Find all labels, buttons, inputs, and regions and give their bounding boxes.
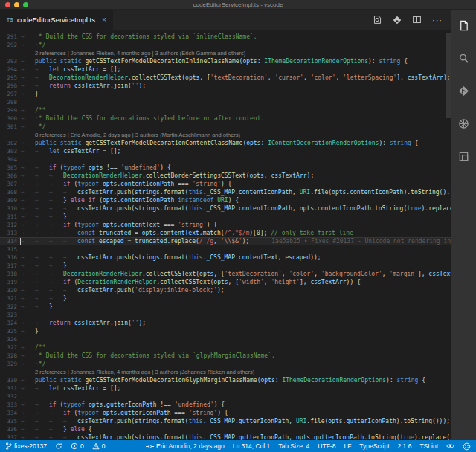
- gitlens-blame-ghost-text: 1ae5ab25 • Fixes #20137 - Unicode not re…: [249, 238, 451, 245]
- line-number[interactable]: 302: [0, 139, 17, 147]
- line-number[interactable]: 301: [0, 123, 17, 131]
- line-number[interactable]: 294: [0, 65, 17, 74]
- line-number[interactable]: 329: [0, 360, 17, 368]
- line-number[interactable]: 297: [0, 90, 17, 98]
- line-number[interactable]: 324: [0, 319, 17, 327]
- typescript-file-icon: TS: [7, 17, 13, 22]
- codelens-annotation[interactable]: 8 references | Eric Amodio, 2 days ago |…: [0, 131, 451, 139]
- tab-whitespace-arrow: →: [35, 204, 49, 213]
- eol-item[interactable]: LF: [344, 442, 351, 450]
- line-number[interactable]: 320: [0, 286, 17, 294]
- codelens-annotation[interactable]: 2 references | Johannes Rieken, 4 months…: [0, 49, 451, 57]
- tab-size-item[interactable]: Tab Size: 4: [278, 442, 309, 450]
- line-number[interactable]: 295: [0, 74, 17, 82]
- ts-version-item[interactable]: 2.1.6: [398, 442, 412, 450]
- line-number[interactable]: 334: [0, 409, 17, 417]
- language-mode-item[interactable]: TypeScript: [359, 442, 389, 450]
- tab-whitespace-arrow: →: [35, 433, 49, 440]
- code-line: 316→→→→cssTextArr.push(strings.format(th…: [0, 254, 451, 262]
- line-number[interactable]: 293: [0, 57, 17, 65]
- tab-close-icon[interactable]: ×: [102, 16, 106, 24]
- line-number[interactable]: 299: [0, 106, 17, 114]
- line-number[interactable]: 298: [0, 98, 17, 106]
- vertical-scrollbar[interactable]: [446, 33, 451, 118]
- line-number[interactable]: 312: [0, 221, 17, 229]
- line-number[interactable]: 309: [0, 196, 17, 204]
- line-number[interactable]: 292: [0, 41, 17, 49]
- line-number[interactable]: 311: [0, 213, 17, 221]
- code-line: 335→→→→cssTextArr.push(strings.format(th…: [0, 417, 451, 425]
- line-number[interactable]: 331: [0, 384, 17, 393]
- line-number[interactable]: 325: [0, 327, 17, 335]
- feedback-item[interactable]: [463, 442, 471, 451]
- line-number[interactable]: 307: [0, 180, 17, 188]
- tab-whitespace-arrow: →: [21, 172, 35, 180]
- more-actions-icon[interactable]: ···: [432, 16, 443, 25]
- blame-toggle-item[interactable]: [446, 442, 454, 450]
- line-number[interactable]: 306: [0, 172, 17, 180]
- tab-codeEditorServiceImpl[interactable]: TS codeEditorServiceImpl.ts ×: [0, 10, 113, 30]
- line-number[interactable]: 315: [0, 245, 17, 254]
- codelens-annotation[interactable]: 2 references | Johannes Rieken, 4 months…: [0, 368, 451, 376]
- source-control-icon[interactable]: [456, 83, 472, 99]
- extensions-icon[interactable]: [456, 148, 472, 164]
- line-number[interactable]: 316: [0, 254, 17, 262]
- tab-whitespace-arrow: →: [35, 294, 49, 303]
- line-number[interactable]: 308: [0, 188, 17, 196]
- tab-whitespace-arrow: →: [49, 278, 63, 286]
- vscode-window: codeEditorServiceImpl.ts - vscode TS cod…: [0, 0, 476, 452]
- line-number[interactable]: 291: [0, 33, 17, 41]
- line-number[interactable]: 328: [0, 352, 17, 360]
- line-number[interactable]: 296: [0, 82, 17, 90]
- line-number[interactable]: 323: [0, 311, 17, 319]
- line-number[interactable]: 336: [0, 425, 17, 433]
- line-number[interactable]: 333: [0, 401, 17, 409]
- line-number[interactable]: 326: [0, 335, 17, 343]
- code-line: 318→→→DecorationRenderHelper.collectCSST…: [0, 270, 451, 278]
- line-number[interactable]: 327: [0, 343, 17, 352]
- line-number[interactable]: 313: [0, 229, 17, 237]
- tab-whitespace-arrow: →: [49, 409, 63, 417]
- gitlens-blame-item[interactable]: Eric Amodio, 2 days ago: [146, 442, 225, 450]
- line-number[interactable]: 322: [0, 303, 17, 311]
- encoding-item[interactable]: UTF-8: [318, 442, 335, 450]
- line-number[interactable]: 310: [0, 204, 17, 213]
- open-preview-icon[interactable]: [373, 15, 382, 25]
- line-number[interactable]: 319: [0, 278, 17, 286]
- explorer-icon[interactable]: [456, 17, 472, 33]
- code-line: 325→}: [0, 327, 451, 335]
- code-line: 301→·*/: [0, 123, 451, 131]
- tab-whitespace-arrow: →: [35, 425, 49, 433]
- code-line: 305→→if (typeof opts !== 'undefined') {: [0, 164, 451, 172]
- search-icon[interactable]: [456, 50, 472, 66]
- gitlens-icon[interactable]: [393, 16, 402, 25]
- line-number[interactable]: 305: [0, 164, 17, 172]
- line-number[interactable]: 337: [0, 433, 17, 440]
- code-line: 334→→→if (typeof opts.gutterIconPath ===…: [0, 409, 451, 417]
- tslint-item[interactable]: TSLint: [419, 442, 438, 450]
- line-number[interactable]: 317: [0, 262, 17, 270]
- tab-whitespace-arrow: →: [49, 433, 63, 440]
- debug-icon[interactable]: [456, 115, 472, 132]
- line-number[interactable]: 330: [0, 376, 17, 384]
- line-number[interactable]: 318: [0, 270, 17, 278]
- line-number[interactable]: 332: [0, 393, 17, 401]
- tab-whitespace-arrow: →: [35, 409, 49, 417]
- line-number[interactable]: 304: [0, 155, 17, 164]
- errors-item[interactable]: 0: [71, 442, 84, 450]
- line-number[interactable]: 300: [0, 114, 17, 123]
- line-number[interactable]: 321: [0, 294, 17, 303]
- line-number[interactable]: 303: [0, 147, 17, 155]
- git-branch-item[interactable]: fixes-20137: [5, 442, 47, 450]
- split-editor-icon[interactable]: [412, 15, 422, 25]
- cursor-position-item[interactable]: Ln 314, Col 1: [233, 442, 271, 450]
- code-editor[interactable]: 291→·* Build the CSS for decorations sty…: [0, 30, 451, 440]
- tab-whitespace-arrow: →: [35, 180, 49, 188]
- tab-whitespace-arrow: →: [21, 425, 35, 433]
- code-line: 337→→→→cssTextArr.push(strings.format(th…: [0, 433, 451, 440]
- line-number[interactable]: 335: [0, 417, 17, 425]
- tab-whitespace-arrow: →: [49, 172, 63, 180]
- warnings-item[interactable]: 0: [92, 442, 106, 450]
- line-number[interactable]: 314: [0, 237, 17, 245]
- sync-item[interactable]: [55, 442, 62, 450]
